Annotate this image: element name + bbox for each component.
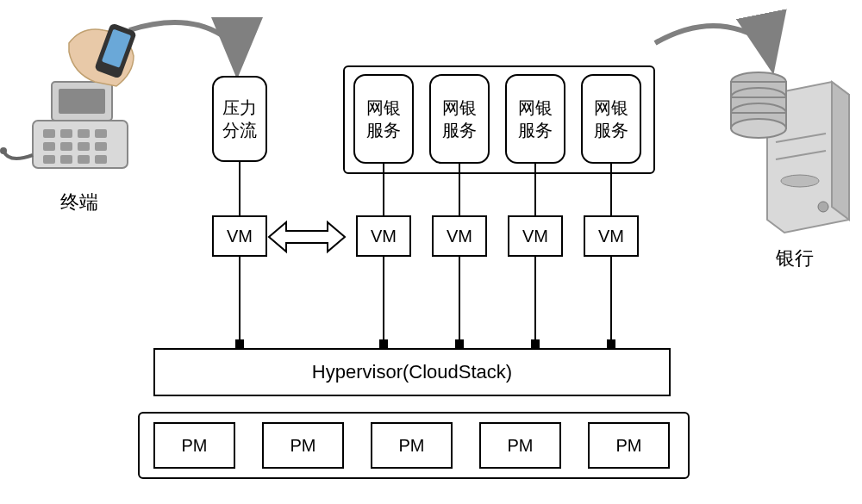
svg-point-24 (731, 88, 786, 107)
svg-line-18 (776, 134, 826, 142)
line-svc3-vm (534, 164, 536, 215)
terminal-label: 终端 (60, 190, 98, 215)
stub-4 (607, 339, 615, 348)
line-pressure-vm (239, 162, 240, 215)
pm-box-2: PM (371, 422, 453, 469)
service-box-2: 网银 服务 (429, 74, 490, 164)
svg-rect-6 (60, 142, 72, 151)
svg-point-15 (0, 147, 7, 154)
line-vm1-hv (383, 257, 384, 339)
hypervisor-box: Hypervisor(CloudStack) (153, 348, 671, 396)
svg-rect-10 (60, 155, 72, 164)
svg-rect-2 (60, 129, 72, 138)
svg-rect-4 (95, 129, 107, 138)
svg-rect-14 (59, 89, 105, 114)
svg-rect-17 (102, 29, 131, 68)
service-box-4: 网银 服务 (581, 74, 641, 164)
svg-rect-0 (33, 121, 128, 168)
svg-rect-5 (43, 142, 55, 151)
stub-1 (379, 339, 388, 348)
svg-rect-8 (95, 142, 107, 151)
stub-2 (455, 339, 464, 348)
line-vm2-hv (459, 257, 460, 339)
line-svc1-vm (383, 164, 384, 215)
line-vm0-hv (239, 257, 240, 339)
pm-box-0: PM (153, 422, 235, 469)
svg-rect-25 (731, 97, 786, 113)
svg-rect-7 (78, 142, 90, 151)
line-vm3-hv (534, 257, 536, 339)
vm-box-3: VM (508, 215, 563, 257)
bank-server-illustration (731, 72, 849, 233)
svg-point-21 (818, 202, 828, 212)
svg-rect-1 (43, 129, 55, 138)
svg-rect-3 (78, 129, 90, 138)
svg-rect-11 (78, 155, 90, 164)
svg-rect-27 (731, 113, 786, 128)
svg-point-26 (731, 103, 786, 122)
svg-rect-9 (43, 155, 55, 164)
svg-rect-12 (95, 155, 107, 164)
svg-point-22 (731, 72, 786, 91)
svg-line-19 (776, 151, 826, 159)
arrow-terminal-to-pressure (129, 22, 237, 69)
service-box-3: 网银 服务 (505, 74, 565, 164)
stub-0 (235, 339, 244, 348)
vm-box-0: VM (212, 215, 267, 257)
pm-box-3: PM (479, 422, 561, 469)
bidirectional-arrow (269, 222, 345, 252)
vm-box-2: VM (432, 215, 487, 257)
line-vm4-hv (610, 257, 612, 339)
line-svc4-vm (610, 164, 612, 215)
svg-point-20 (781, 175, 819, 187)
vm-box-1: VM (356, 215, 411, 257)
service-box-1: 网银 服务 (353, 74, 414, 164)
svg-point-28 (731, 119, 786, 138)
arrow-services-to-bank (655, 26, 771, 65)
stub-3 (531, 339, 540, 348)
terminal-illustration (0, 22, 137, 168)
pressure-box: 压力 分流 (212, 76, 267, 162)
bank-label: 银行 (776, 246, 814, 271)
svg-rect-23 (731, 82, 786, 97)
svg-rect-16 (94, 22, 137, 78)
pm-box-4: PM (588, 422, 670, 469)
vm-box-4: VM (584, 215, 639, 257)
svg-rect-13 (52, 82, 112, 121)
line-svc2-vm (459, 164, 460, 215)
pm-box-1: PM (262, 422, 344, 469)
